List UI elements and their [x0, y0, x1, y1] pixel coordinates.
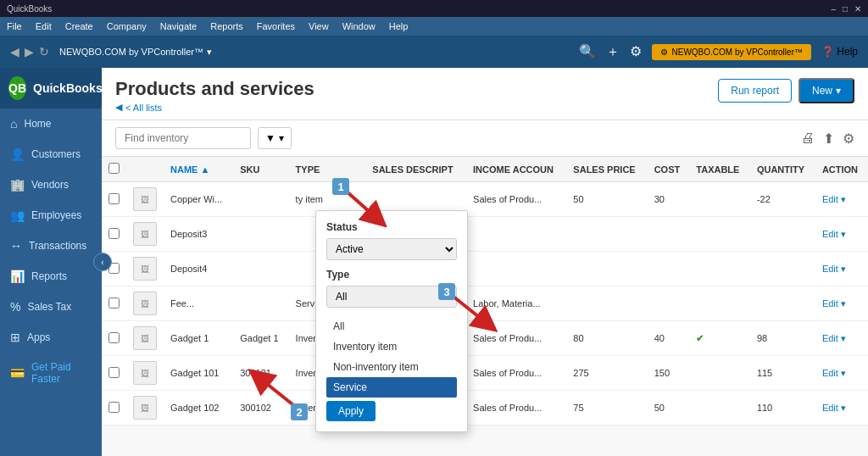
menu-navigate[interactable]: Navigate: [160, 21, 197, 31]
home-icon: ⌂: [10, 117, 17, 131]
search-icon[interactable]: 🔍: [579, 43, 596, 61]
toolbar-right: 🖨 ⬆ ⚙: [801, 131, 854, 147]
menu-favorites[interactable]: Favorites: [257, 21, 295, 31]
row-action[interactable]: Edit ▾: [815, 182, 868, 217]
row-name: Fee...: [164, 286, 233, 321]
row-income-acct: Sales of Produ...: [466, 182, 566, 217]
row-checkbox[interactable]: [102, 286, 126, 321]
vendors-icon: 🏢: [10, 178, 25, 192]
col-price[interactable]: SALES PRICE: [566, 157, 647, 182]
add-icon[interactable]: ＋: [606, 43, 620, 61]
search-input[interactable]: [115, 127, 251, 149]
sidebar-item-vendors[interactable]: 🏢 Vendors: [0, 170, 102, 200]
run-report-button[interactable]: Run report: [718, 79, 792, 103]
row-sku: 300102: [233, 391, 288, 425]
help-icon: ❓: [821, 46, 834, 58]
account-button[interactable]: ⚙ NEWQBO.COM by VPController™: [652, 44, 810, 60]
filter-option-noninventory[interactable]: Non-inventory item: [326, 357, 457, 377]
filter-button[interactable]: ▼ ▾: [258, 127, 292, 149]
select-all-checkbox[interactable]: [108, 163, 120, 174]
apply-button[interactable]: Apply: [326, 401, 376, 421]
row-income-acct: Sales of Produ...: [466, 321, 566, 356]
menu-file[interactable]: File: [7, 21, 22, 31]
row-income-acct: [466, 217, 566, 252]
sidebar-toggle[interactable]: ‹: [93, 253, 112, 271]
row-sku: Gadget 1: [233, 321, 288, 356]
close-button[interactable]: ✕: [854, 4, 861, 14]
row-action[interactable]: Edit ▾: [815, 252, 868, 286]
menu-window[interactable]: Window: [342, 21, 376, 31]
col-cost[interactable]: COST: [648, 157, 690, 182]
minimize-button[interactable]: –: [831, 4, 836, 14]
sidebar-item-apps[interactable]: ⊞ Apps: [0, 322, 102, 353]
col-qty[interactable]: QUANTITY: [750, 157, 815, 182]
row-taxable: [689, 356, 750, 391]
filter-option-inventory[interactable]: Inventory item: [326, 336, 457, 357]
sidebar-item-customers[interactable]: 👤 Customers: [0, 139, 102, 170]
row-checkbox[interactable]: [102, 356, 126, 391]
sidebar-item-employees[interactable]: 👥 Employees: [0, 200, 102, 231]
col-type[interactable]: TYPE: [289, 157, 366, 182]
col-taxable[interactable]: TAXABLE: [689, 157, 750, 182]
row-action[interactable]: Edit ▾: [815, 391, 868, 425]
print-icon[interactable]: 🖨: [801, 131, 815, 146]
row-action[interactable]: Edit ▾: [815, 217, 868, 252]
filter-type-label: Type: [326, 269, 457, 281]
maximize-button[interactable]: □: [843, 4, 848, 14]
col-sales-desc[interactable]: SALES DESCRIPT: [365, 157, 466, 182]
edit-button[interactable]: Edit ▾: [822, 368, 846, 378]
row-checkbox[interactable]: [102, 217, 126, 252]
sidebar-item-transactions[interactable]: ↔ Transactions: [0, 231, 102, 261]
new-button[interactable]: New ▾: [798, 78, 854, 103]
help-button[interactable]: ❓ Help: [821, 46, 858, 58]
new-dropdown-icon: ▾: [836, 85, 841, 97]
sidebar-item-getpaid[interactable]: 💳 Get Paid Faster: [0, 353, 102, 393]
sidebar-item-home[interactable]: ⌂ Home: [0, 108, 102, 139]
refresh-button[interactable]: ↻: [39, 45, 49, 58]
menu-create[interactable]: Create: [65, 21, 93, 31]
row-price: [566, 252, 647, 286]
edit-button[interactable]: Edit ▾: [822, 194, 846, 204]
edit-button[interactable]: Edit ▾: [822, 298, 846, 309]
edit-button[interactable]: Edit ▾: [822, 264, 846, 274]
sidebar-item-salestax[interactable]: % Sales Tax: [0, 292, 102, 322]
menu-view[interactable]: View: [309, 21, 329, 31]
filter-status-select[interactable]: Active: [326, 238, 457, 260]
row-qty: -22: [750, 182, 815, 217]
forward-button[interactable]: ▶: [25, 45, 34, 58]
row-name: Deposit3: [164, 217, 233, 252]
menu-company[interactable]: Company: [107, 21, 147, 31]
back-link[interactable]: ◀ < All lists: [115, 102, 314, 113]
edit-button[interactable]: Edit ▾: [822, 229, 846, 239]
nav-bar: ◀ ▶ ↻ NEWQBO.COM by VPController™ ▾ 🔍 ＋ …: [0, 36, 868, 68]
col-income-acct[interactable]: INCOME ACCOUN: [466, 157, 566, 182]
filter-option-all[interactable]: All: [326, 316, 457, 336]
product-image: 🖼: [133, 361, 157, 385]
edit-button[interactable]: Edit ▾: [822, 403, 846, 413]
filter-type-select[interactable]: All: [326, 286, 457, 308]
settings-icon[interactable]: ⚙: [843, 131, 854, 147]
menu-edit[interactable]: Edit: [36, 21, 52, 31]
edit-button[interactable]: Edit ▾: [822, 333, 846, 343]
menu-reports[interactable]: Reports: [210, 21, 243, 31]
row-action[interactable]: Edit ▾: [815, 356, 868, 391]
col-sku[interactable]: SKU: [233, 157, 288, 182]
filter-option-service[interactable]: Service: [326, 377, 457, 398]
back-link-label: < All lists: [125, 103, 162, 113]
row-action[interactable]: Edit ▾: [815, 321, 868, 356]
row-checkbox[interactable]: [102, 182, 126, 217]
row-checkbox[interactable]: [102, 391, 126, 425]
window-controls[interactable]: – □ ✕: [831, 4, 861, 14]
row-checkbox[interactable]: [102, 321, 126, 356]
col-name[interactable]: NAME ▲: [164, 157, 233, 182]
account-label: NEWQBO.COM by VPController™: [671, 47, 802, 57]
chat-icon[interactable]: ⚙: [630, 43, 642, 61]
export-icon[interactable]: ⬆: [823, 131, 834, 147]
window-bar: QuickBooks – □ ✕: [0, 0, 868, 17]
table-row: 🖼 Copper Wi... ty item Sales of Produ...…: [102, 182, 868, 217]
row-action[interactable]: Edit ▾: [815, 286, 868, 321]
back-button[interactable]: ◀: [10, 45, 19, 58]
sidebar-item-reports[interactable]: 📊 Reports: [0, 261, 102, 292]
dropdown-icon[interactable]: ▾: [207, 47, 212, 58]
menu-help[interactable]: Help: [389, 21, 409, 31]
